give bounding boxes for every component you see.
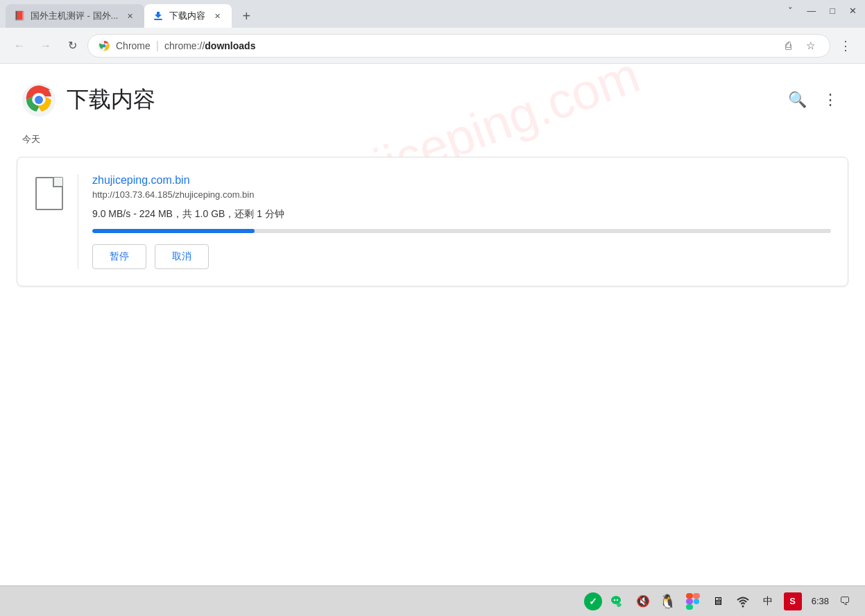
url-prefix: chrome:// (164, 40, 205, 51)
file-icon (35, 177, 63, 210)
share-button[interactable]: ⎙ (778, 36, 798, 55)
screen-icon[interactable]: 🖥 (709, 592, 727, 610)
download-card: zhujiceping.com.bin http://103.73.64.185… (17, 157, 848, 286)
tab-1[interactable]: 📕 国外主机测评 - 国外... ✕ (6, 4, 144, 28)
qq-icon[interactable]: 🐧 (659, 592, 677, 610)
svg-rect-10 (693, 593, 700, 599)
svg-point-6 (611, 596, 621, 604)
tab-2[interactable]: 下载内容 ✕ (144, 4, 232, 28)
svg-point-5 (35, 96, 43, 104)
page-header-actions: 🔍 ⋮ (785, 87, 843, 112)
svg-point-13 (694, 599, 699, 604)
download-status: 9.0 MB/s - 224 MB，共 1.0 GB，还剩 1 分钟 (92, 208, 831, 221)
close-button[interactable]: ✕ (849, 6, 857, 16)
bookmark-button[interactable]: ☆ (800, 36, 820, 55)
tab-2-close-button[interactable]: ✕ (211, 10, 223, 22)
tab-1-close-button[interactable]: ✕ (123, 10, 136, 22)
window-controls: ˅ — □ ✕ (788, 6, 857, 16)
chevron-icon[interactable]: ˅ (788, 6, 793, 16)
taskbar-time: 6:38 (812, 596, 829, 606)
wifi-icon[interactable] (734, 592, 752, 610)
download-filename-link[interactable]: zhujiceping.com.bin (92, 174, 831, 187)
svg-rect-0 (154, 19, 162, 20)
address-bar-chrome-label: Chrome (116, 40, 151, 51)
toolbar: ← → ↻ Chrome | chrome://downloads ⎙ ☆ ⋮ (0, 28, 865, 64)
page-header: 下载内容 🔍 ⋮ (0, 64, 865, 128)
maximize-button[interactable]: □ (830, 6, 835, 16)
chrome-menu-button[interactable]: ⋮ (834, 35, 857, 57)
svg-point-7 (613, 599, 615, 600)
download-url: http://103.73.64.185/zhujiceping.com.bin (92, 189, 831, 200)
tab-2-favicon (153, 10, 164, 22)
check-icon[interactable]: ✓ (584, 592, 602, 610)
svg-point-8 (616, 599, 617, 600)
svg-rect-11 (686, 599, 693, 604)
svg-rect-12 (686, 604, 693, 610)
ime-icon[interactable]: 中 (759, 592, 777, 610)
download-icon-area (34, 174, 78, 269)
forward-button: → (35, 35, 57, 57)
back-button: ← (8, 35, 31, 57)
volume-mute-icon[interactable]: 🔇 (634, 592, 652, 610)
taskbar: ✓ 🔇 🐧 🖥 中 S 6:38 🗨 (0, 585, 865, 616)
page-menu-button[interactable]: ⋮ (818, 87, 843, 112)
titlebar: ˅ — □ ✕ 📕 国外主机测评 - 国外... ✕ 下载内容 ✕ + (0, 0, 865, 28)
notification-icon[interactable]: 🗨 (836, 592, 854, 610)
chrome-logo-icon (22, 83, 55, 117)
sougou-icon[interactable]: S (784, 592, 802, 610)
main-content: zhujiceping.com 下载内容 🔍 ⋮ 今天 (0, 64, 865, 585)
address-separator: | (156, 40, 159, 52)
address-actions: ⎙ ☆ (778, 36, 820, 55)
chrome-icon (98, 40, 110, 52)
tab-bar: 📕 国外主机测评 - 国外... ✕ 下载内容 ✕ + (6, 4, 258, 28)
page-title: 下载内容 (67, 85, 155, 115)
figma-icon[interactable] (684, 592, 702, 610)
download-actions: 暂停 取消 (92, 244, 831, 269)
address-url: chrome://downloads (164, 40, 773, 51)
cancel-button[interactable]: 取消 (155, 244, 209, 269)
progress-bar-container (92, 229, 831, 233)
reload-button[interactable]: ↻ (61, 35, 83, 57)
svg-point-14 (742, 605, 744, 607)
section-today-label: 今天 (0, 128, 865, 157)
wechat-icon[interactable] (609, 592, 627, 610)
download-details: zhujiceping.com.bin http://103.73.64.185… (92, 174, 831, 269)
svg-rect-9 (686, 593, 693, 599)
tab-1-favicon: 📕 (14, 10, 25, 22)
pause-button[interactable]: 暂停 (92, 244, 146, 269)
new-tab-button[interactable]: + (234, 4, 258, 28)
minimize-button[interactable]: — (807, 6, 816, 16)
search-icon[interactable]: 🔍 (785, 87, 810, 112)
page-title-area: 下载内容 (22, 83, 155, 117)
tab-1-label: 国外主机测评 - 国外... (31, 10, 118, 22)
progress-bar-fill (92, 229, 255, 233)
address-bar[interactable]: Chrome | chrome://downloads ⎙ ☆ (87, 34, 830, 58)
tab-2-label: 下载内容 (169, 10, 205, 22)
url-domain: downloads (205, 40, 255, 51)
